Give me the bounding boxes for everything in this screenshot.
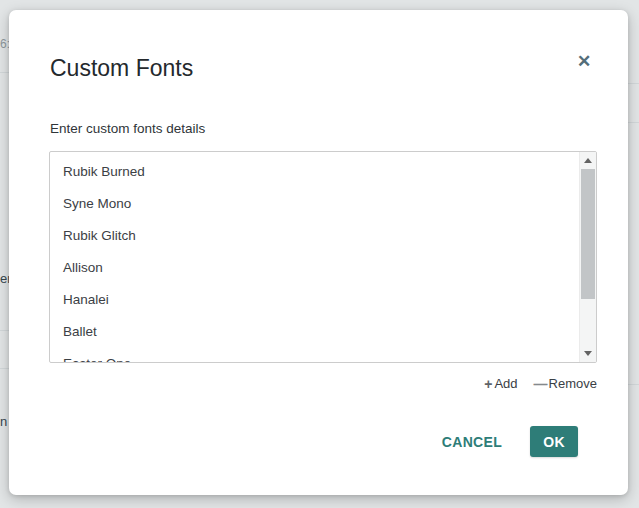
list-actions: + Add — Remove (484, 376, 597, 391)
background-divider (0, 330, 9, 331)
background-divider (628, 83, 639, 84)
font-list-item[interactable]: Rubik Burned (50, 155, 596, 187)
font-listbox[interactable]: Rubik BurnedSyne MonoRubik GlitchAllison… (49, 151, 597, 363)
scroll-down-icon[interactable] (580, 345, 596, 362)
dialog-footer: CANCEL OK (442, 426, 578, 457)
cancel-button[interactable]: CANCEL (442, 434, 502, 450)
remove-button[interactable]: — Remove (534, 376, 597, 391)
scrollbar-thumb[interactable] (581, 169, 595, 299)
background-divider (628, 122, 639, 123)
plus-icon: + (484, 377, 492, 391)
background-text-fragment: n (0, 414, 7, 429)
background-divider (0, 368, 9, 369)
scrollbar[interactable] (579, 152, 596, 362)
ok-button[interactable]: OK (530, 426, 578, 457)
font-list-item[interactable]: Hanalei (50, 283, 596, 315)
add-label: Add (494, 376, 517, 391)
font-list: Rubik BurnedSyne MonoRubik GlitchAllison… (50, 152, 596, 363)
instruction-label: Enter custom fonts details (50, 121, 205, 136)
font-list-item[interactable]: Syne Mono (50, 187, 596, 219)
background-divider (0, 72, 9, 73)
close-icon[interactable]: ✕ (573, 50, 595, 72)
scroll-up-icon[interactable] (580, 152, 596, 169)
font-list-item[interactable]: Ballet (50, 315, 596, 347)
minus-icon: — (534, 377, 547, 391)
background-divider (628, 384, 639, 385)
remove-label: Remove (549, 376, 597, 391)
dialog-title: Custom Fonts (50, 54, 193, 82)
font-list-item[interactable]: Allison (50, 251, 596, 283)
custom-fonts-dialog: Custom Fonts ✕ Enter custom fonts detail… (9, 10, 628, 495)
font-list-item[interactable]: Rubik Glitch (50, 219, 596, 251)
font-list-item[interactable]: Easter One (50, 347, 596, 363)
add-button[interactable]: + Add (484, 376, 517, 391)
